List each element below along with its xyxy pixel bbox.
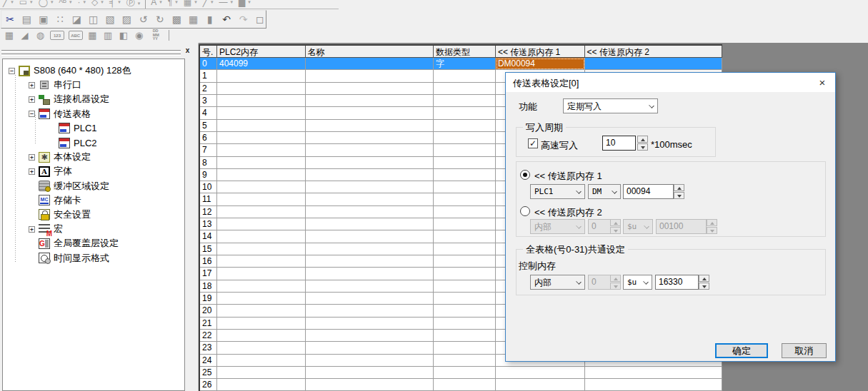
- table-cell[interactable]: [306, 206, 434, 218]
- multi-copy2-icon[interactable]: ▦: [187, 14, 199, 26]
- source1-cell[interactable]: DM00094: [496, 58, 585, 70]
- table-cell[interactable]: [217, 293, 306, 305]
- table-cell[interactable]: [217, 268, 306, 280]
- table-cell[interactable]: [217, 379, 306, 391]
- table-cell[interactable]: [306, 95, 434, 107]
- table-cell[interactable]: 6: [200, 132, 217, 144]
- table-cell[interactable]: [585, 367, 722, 379]
- table-cell[interactable]: [306, 379, 434, 391]
- cancel-button[interactable]: 取消: [782, 343, 827, 358]
- select-parts-icon[interactable]: ◻: [254, 14, 266, 26]
- sidebar-item-plc1[interactable]: PLC1: [6, 121, 183, 136]
- table-cell[interactable]: [585, 58, 722, 70]
- table-cell[interactable]: [306, 255, 434, 268]
- rotate-right-icon[interactable]: ↻: [154, 14, 166, 26]
- transfer-parts-icon[interactable]: ◧: [118, 30, 129, 41]
- source2-radio[interactable]: [520, 206, 530, 216]
- collapse-icon[interactable]: −: [9, 68, 15, 74]
- table-cell[interactable]: 21: [200, 318, 217, 330]
- table-cell[interactable]: [434, 280, 496, 293]
- table-cell[interactable]: [306, 243, 434, 255]
- control-device-select[interactable]: 内部: [530, 275, 585, 290]
- group-icon[interactable]: ◪: [71, 14, 82, 26]
- write-cycle-spinner[interactable]: [637, 136, 648, 151]
- table-cell[interactable]: [217, 169, 306, 181]
- rotate-left-icon[interactable]: ↺: [138, 14, 149, 26]
- table-row[interactable]: 0404099字DM00094: [200, 58, 722, 70]
- table-cell[interactable]: 16: [200, 255, 217, 268]
- table-cell[interactable]: [434, 181, 496, 193]
- table-cell[interactable]: [434, 330, 496, 342]
- table-cell[interactable]: [434, 379, 496, 391]
- table-cell[interactable]: 24: [200, 355, 217, 367]
- align-icon[interactable]: ∷: [54, 14, 66, 26]
- table-cell[interactable]: [306, 120, 434, 132]
- pin-tool[interactable]: ¶▾: [165, 0, 181, 7]
- undo-icon[interactable]: ↶: [221, 14, 232, 26]
- sidebar-item-unit-settings[interactable]: +✱本体设定: [6, 150, 183, 164]
- table-cell[interactable]: [217, 132, 306, 144]
- table-cell[interactable]: 9: [200, 169, 217, 181]
- table-cell[interactable]: [217, 305, 306, 317]
- sidebar-item-macro[interactable]: +宏: [6, 222, 183, 236]
- table-cell[interactable]: [434, 355, 496, 367]
- table-cell[interactable]: [434, 318, 496, 330]
- table-cell[interactable]: 26: [200, 379, 217, 391]
- table-cell[interactable]: [306, 305, 434, 317]
- table-cell[interactable]: 17: [200, 268, 217, 280]
- table-cell[interactable]: [434, 268, 496, 280]
- table-cell[interactable]: [306, 355, 434, 367]
- table-cell[interactable]: [306, 367, 434, 379]
- date-display-icon[interactable]: DD MM YY: [149, 30, 163, 41]
- table-cell[interactable]: 7: [200, 144, 217, 156]
- redo-icon[interactable]: ↷: [237, 14, 249, 26]
- ungroup-icon[interactable]: ◫: [88, 14, 99, 26]
- table-cell[interactable]: [434, 342, 496, 354]
- sidebar-item-plc2[interactable]: PLC2: [6, 136, 183, 150]
- dialog-titlebar[interactable]: 传送表格设定[0] ×: [506, 73, 835, 92]
- source1-device-select[interactable]: PLC1: [530, 184, 585, 199]
- table-cell[interactable]: [306, 280, 434, 293]
- expand-icon[interactable]: +: [29, 168, 35, 175]
- table-cell[interactable]: [217, 144, 306, 156]
- alarm-parts-icon[interactable]: ◉: [134, 30, 145, 41]
- table-cell[interactable]: [434, 255, 496, 268]
- table-cell[interactable]: 1: [200, 70, 217, 82]
- screen-list-icon[interactable]: ▦: [4, 30, 15, 41]
- table-cell[interactable]: [306, 318, 434, 330]
- multi-copy-icon[interactable]: ▩: [171, 14, 182, 26]
- table-cell[interactable]: [217, 230, 306, 243]
- write-cycle-input[interactable]: 10: [602, 136, 636, 151]
- table-cell[interactable]: [306, 58, 434, 70]
- screen-call-tool[interactable]: ▦▾: [181, 0, 200, 7]
- table-cell[interactable]: 10: [200, 181, 217, 193]
- table-cell[interactable]: [496, 379, 585, 391]
- table-cell[interactable]: 3: [200, 95, 217, 107]
- expand-icon[interactable]: +: [29, 96, 35, 103]
- table-cell[interactable]: [306, 70, 434, 82]
- close-icon[interactable]: ×: [814, 75, 831, 89]
- table-cell[interactable]: [217, 367, 306, 379]
- marker-icon[interactable]: ▮: [204, 14, 216, 26]
- column-header[interactable]: 号.: [200, 46, 217, 58]
- table-cell[interactable]: [306, 169, 434, 181]
- table-cell[interactable]: [217, 218, 306, 230]
- table-cell[interactable]: [434, 367, 496, 379]
- column-header[interactable]: PLC2内存: [217, 46, 306, 58]
- source1-type-select[interactable]: DM: [588, 184, 621, 199]
- table-cell[interactable]: [217, 193, 306, 205]
- table-cell[interactable]: [585, 379, 722, 391]
- table-cell[interactable]: 4: [200, 107, 217, 119]
- source1-address-input[interactable]: 00094: [623, 184, 674, 199]
- table-cell[interactable]: [434, 305, 496, 317]
- sidebar-item-screen[interactable]: −S808 (640 * 480) 128色: [6, 64, 183, 78]
- edit-frame-icon[interactable]: ▨: [121, 14, 132, 26]
- table-cell[interactable]: [306, 342, 434, 354]
- sidebar-item-buffer-area[interactable]: 缓冲区域设定: [6, 179, 183, 193]
- table-cell[interactable]: 18: [200, 280, 217, 293]
- table-cell[interactable]: 11: [200, 193, 217, 205]
- table-cell[interactable]: 8: [200, 157, 217, 169]
- table-cell[interactable]: [306, 83, 434, 95]
- graph-parts-icon[interactable]: ▥: [102, 30, 114, 41]
- text-display-icon[interactable]: ABC: [69, 31, 83, 40]
